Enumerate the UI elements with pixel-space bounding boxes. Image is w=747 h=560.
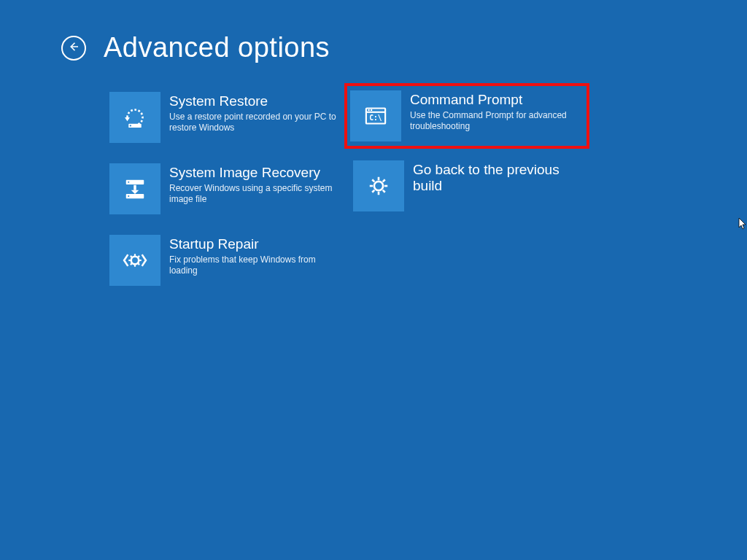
svg-line-31	[383, 179, 385, 182]
svg-point-4	[128, 182, 129, 183]
mouse-cursor-icon	[738, 217, 747, 230]
svg-rect-7	[133, 185, 136, 190]
startup-repair-icon	[109, 235, 160, 286]
back-arrow-icon	[67, 40, 80, 56]
svg-point-2	[130, 125, 131, 126]
tile-title: Go back to the previous build	[413, 162, 581, 194]
svg-line-14	[131, 256, 132, 257]
option-command-prompt[interactable]: C:\ Command Prompt Use the Command Promp…	[344, 83, 589, 149]
tile-title: System Restore	[169, 93, 337, 109]
option-system-image-recovery[interactable]: System Image Recovery Recover Windows us…	[107, 160, 340, 217]
tile-desc: Fix problems that keep Windows from load…	[169, 254, 337, 277]
svg-point-9	[131, 257, 139, 265]
svg-rect-21	[371, 109, 372, 111]
option-go-back-previous-build[interactable]: Go back to the previous build	[350, 158, 584, 214]
svg-point-6	[128, 195, 129, 197]
svg-text:C:\: C:\	[369, 114, 382, 122]
svg-rect-20	[368, 109, 370, 111]
system-restore-icon	[109, 92, 160, 143]
tile-desc: Use the Command Prompt for advanced trou…	[410, 110, 581, 133]
system-image-recovery-icon	[109, 163, 160, 214]
tile-title: Startup Repair	[169, 236, 337, 252]
svg-line-17	[138, 256, 139, 257]
tile-desc: Use a restore point recorded on your PC …	[169, 112, 337, 134]
svg-line-28	[372, 179, 374, 182]
svg-line-30	[372, 190, 374, 192]
svg-line-16	[131, 263, 132, 265]
page-title: Advanced options	[104, 32, 330, 63]
command-prompt-icon: C:\	[350, 90, 401, 141]
back-button[interactable]	[61, 36, 86, 61]
svg-line-15	[138, 263, 139, 265]
svg-marker-0	[125, 117, 130, 121]
tile-title: System Image Recovery	[169, 165, 337, 181]
svg-point-23	[374, 182, 383, 190]
svg-marker-8	[131, 190, 139, 194]
gear-icon	[353, 160, 404, 211]
option-startup-repair[interactable]: Startup Repair Fix problems that keep Wi…	[107, 232, 340, 289]
tile-desc: Recover Windows using a specific system …	[169, 183, 337, 206]
tile-title: Command Prompt	[410, 92, 581, 108]
options-grid: System Restore Use a restore point recor…	[107, 89, 584, 289]
option-system-restore[interactable]: System Restore Use a restore point recor…	[107, 89, 340, 146]
svg-line-29	[383, 190, 385, 192]
